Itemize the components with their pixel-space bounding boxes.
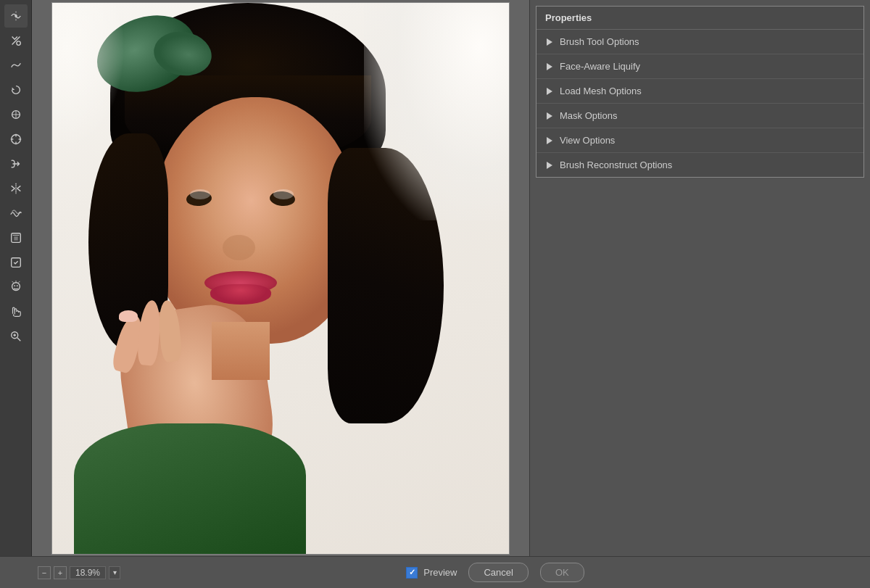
svg-line-21 (17, 338, 20, 341)
hand-icon (9, 305, 22, 318)
svg-point-15 (14, 285, 15, 286)
mirror-icon (9, 182, 22, 195)
triangle-load-mesh-icon (547, 88, 552, 95)
zoom-plus-button[interactable]: + (54, 566, 67, 579)
svg-point-0 (14, 15, 17, 17)
cancel-button[interactable]: Cancel (468, 563, 528, 582)
tool-smooth[interactable] (4, 54, 28, 77)
smooth-icon (9, 59, 22, 72)
tool-zoom[interactable] (4, 325, 28, 348)
tool-forward-warp[interactable] (4, 4, 28, 28)
view-options-label: View Options (560, 135, 615, 146)
zoom-icon (9, 330, 22, 343)
freeze-mask-icon (9, 231, 22, 244)
twirl-cw-icon (9, 83, 22, 96)
tool-freeze-mask[interactable] (4, 226, 28, 249)
panel-item-brush-tool-options[interactable]: Brush Tool Options (536, 30, 863, 54)
app-footer: − + 18.9% ▾ ✓ Preview Cancel OK (0, 556, 870, 588)
footer-right: ✓ Preview Cancel OK (120, 563, 870, 582)
properties-inner: Properties Brush Tool Options Face-Aware… (530, 0, 870, 556)
tool-turbulence[interactable] (4, 202, 28, 225)
panel-item-view-options[interactable]: View Options (536, 128, 863, 153)
thaw-mask-icon (9, 256, 22, 269)
zoom-value-display[interactable]: 18.9% (70, 566, 106, 579)
canvas-image (52, 3, 509, 554)
svg-point-1 (16, 41, 20, 45)
turbulence-icon (9, 207, 22, 220)
tool-bloat[interactable] (4, 128, 28, 151)
warp-icon (9, 9, 22, 22)
tool-push-left[interactable] (4, 152, 28, 175)
bloat-icon (9, 133, 22, 146)
zoom-dropdown-icon: ▾ (113, 568, 117, 576)
face-aware-liquify-label: Face-Aware Liquify (560, 61, 640, 72)
svg-point-16 (16, 285, 17, 286)
pucker-icon (9, 108, 22, 121)
panel-item-load-mesh-options[interactable]: Load Mesh Options (536, 79, 863, 104)
svg-marker-2 (12, 87, 14, 90)
preview-label: Preview (423, 567, 457, 578)
preview-control: ✓ Preview (406, 567, 457, 579)
push-left-icon (9, 157, 22, 170)
reconstruct-icon (9, 34, 22, 47)
zoom-plus-icon: + (58, 568, 62, 577)
main-area: Properties Brush Tool Options Face-Aware… (0, 0, 870, 556)
properties-title: Properties (536, 7, 863, 30)
svg-line-19 (12, 281, 13, 283)
load-mesh-options-label: Load Mesh Options (560, 86, 642, 96)
ok-button[interactable]: OK (540, 563, 584, 582)
panel-item-face-aware-liquify[interactable]: Face-Aware Liquify (536, 54, 863, 79)
tool-reconstruct[interactable] (4, 29, 28, 52)
triangle-mask-icon (547, 112, 552, 120)
tool-mirror[interactable] (4, 177, 28, 200)
svg-line-18 (18, 281, 20, 283)
face-icon (9, 281, 22, 294)
tool-twirl-cw[interactable] (4, 78, 28, 102)
preview-checkbox[interactable]: ✓ (406, 567, 418, 579)
properties-panel: Properties Brush Tool Options Face-Aware… (529, 0, 870, 556)
tool-thaw-mask[interactable] (4, 251, 28, 274)
triangle-brush-reconstruct-icon (547, 162, 552, 169)
checkmark-icon: ✓ (409, 568, 415, 577)
properties-box: Properties Brush Tool Options Face-Aware… (536, 6, 864, 178)
zoom-minus-icon: − (42, 568, 46, 577)
triangle-view-icon (547, 137, 552, 144)
brush-reconstruct-options-label: Brush Reconstruct Options (560, 160, 672, 170)
footer-zoom-controls: − + 18.9% ▾ (0, 566, 120, 579)
canvas-wrapper (51, 2, 510, 555)
panel-item-mask-options[interactable]: Mask Options (536, 104, 863, 128)
canvas-area (32, 0, 529, 556)
tool-hand[interactable] (4, 300, 28, 323)
triangle-face-aware-icon (547, 63, 552, 70)
toolbar (0, 0, 32, 556)
mask-options-label: Mask Options (560, 110, 617, 121)
panel-item-brush-reconstruct-options[interactable]: Brush Reconstruct Options (536, 153, 863, 177)
triangle-brush-tool-icon (547, 38, 552, 46)
brush-tool-options-label: Brush Tool Options (560, 36, 639, 47)
tool-face-aware[interactable] (4, 276, 28, 299)
zoom-dropdown-button[interactable]: ▾ (109, 566, 120, 579)
tool-pucker[interactable] (4, 103, 28, 126)
zoom-minus-button[interactable]: − (38, 566, 51, 579)
